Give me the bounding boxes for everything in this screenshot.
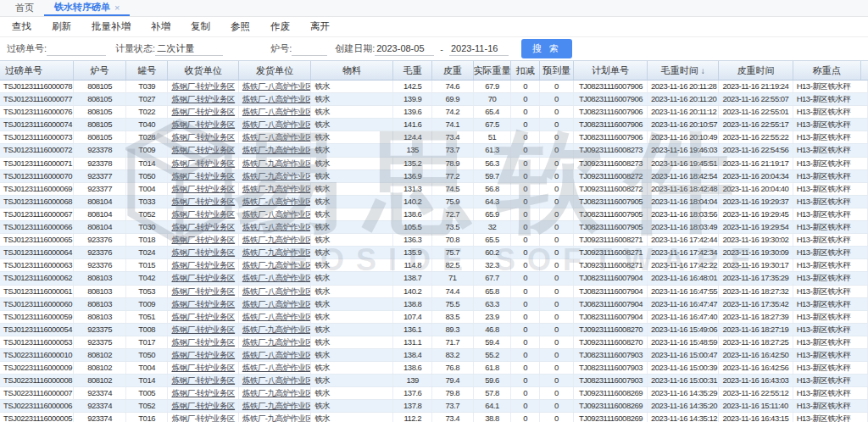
- table-row[interactable]: TSJ01231116000065923376T018炼钢厂-转炉业务区炼铁厂-…: [0, 234, 868, 247]
- cell: 2023-11-16 16:43:03: [719, 375, 793, 386]
- table-row[interactable]: TSJ01231116000054923375T008炼钢厂-转炉业务区炼铁厂-…: [0, 324, 868, 336]
- column-header[interactable]: 毛重时间↓: [648, 61, 719, 80]
- toolbar-button-7[interactable]: 作废: [260, 20, 300, 33]
- date-to-input[interactable]: [449, 42, 509, 56]
- status-input[interactable]: [155, 42, 223, 56]
- toolbar-button-1[interactable]: 查找: [2, 20, 42, 33]
- column-header[interactable]: 炉号: [74, 61, 126, 80]
- weigh-no-label: 过磅单号:: [7, 42, 47, 55]
- toolbar-button-2[interactable]: 刷新: [42, 20, 81, 33]
- table-row[interactable]: TSJ01231116000069923377T004炼钢厂-转炉业务区炼铁厂-…: [0, 183, 868, 196]
- table-row[interactable]: TSJ01231116000064923376T024炼钢厂-转炉业务区炼铁厂-…: [0, 247, 868, 259]
- cell: 2023-11-16 19:30:17: [719, 259, 793, 271]
- table-row[interactable]: TSJ02231116000008808102T014炼钢厂-转炉业务区炼铁厂-…: [0, 375, 868, 387]
- column-header[interactable]: 称重点: [793, 61, 861, 80]
- cell: 2023-11-16 22:55:12: [719, 387, 793, 399]
- cell: TSJ01231116000071: [0, 158, 74, 169]
- column-header[interactable]: 扣减: [511, 61, 540, 80]
- cell: 131.3: [393, 183, 432, 195]
- table-row[interactable]: TSJ01231116000070923377T050炼钢厂-转炉业务区炼铁厂-…: [0, 170, 868, 183]
- table-row[interactable]: TSJ02231116000005923374T016炼钢厂-转炉业务区炼铁厂-…: [0, 413, 868, 422]
- cell: 808104: [74, 208, 126, 220]
- column-header[interactable]: 预到量: [540, 61, 574, 80]
- column-header[interactable]: 毛重: [393, 61, 432, 80]
- table-row[interactable]: TSJ01231116000078808105T039炼钢厂-转炉业务区炼铁厂-…: [0, 81, 868, 93]
- cell: 2023-11-16 22:55:22: [719, 131, 793, 143]
- cell: 0: [540, 144, 574, 156]
- column-header[interactable]: 罐号: [126, 61, 169, 80]
- cell: 131.1: [393, 336, 432, 348]
- table-row[interactable]: TSJ01231116000059808103T051炼钢厂-转炉业务区炼铁厂-…: [0, 311, 868, 324]
- cell: 138.4: [393, 349, 432, 361]
- toolbar-button-6[interactable]: 参照: [220, 20, 260, 33]
- cell: 2023-11-16 16:47:40: [648, 311, 719, 323]
- cell: 铁水: [311, 119, 393, 130]
- table-row[interactable]: TSJ01231116000060808103T009炼钢厂-转炉业务区炼铁厂-…: [0, 298, 868, 311]
- cell: 铁水: [311, 400, 393, 412]
- cell: T053: [126, 286, 169, 297]
- toolbar-button-8[interactable]: 离开: [300, 20, 340, 33]
- tab-label: 铁水转序磅单: [54, 1, 110, 14]
- toolbar-button-5[interactable]: 复制: [181, 20, 220, 33]
- table-row[interactable]: TSJ02231116000010808102T050炼钢厂-转炉业务区炼铁厂-…: [0, 349, 868, 362]
- cell: 0: [511, 234, 540, 246]
- table-row[interactable]: TSJ02231116000006923374T052炼钢厂-转炉业务区炼铁厂-…: [0, 400, 868, 413]
- weigh-no-input[interactable]: [47, 42, 106, 56]
- cell: H13-新区铁水秤: [793, 375, 868, 386]
- cell: 51: [474, 131, 512, 143]
- column-header[interactable]: 物料: [311, 61, 393, 80]
- cell: 2023-11-16 14:35:29: [648, 387, 719, 399]
- cell: 炼铁厂-九高炉作业区: [239, 259, 311, 271]
- column-header-label: 称重点: [813, 64, 841, 77]
- table-row[interactable]: TSJ01231116000063923376T015炼钢厂-转炉业务区炼铁厂-…: [0, 259, 868, 272]
- cell: 923378: [74, 144, 126, 156]
- table-row[interactable]: TSJ01231116000072923378T009炼钢厂-转炉业务区炼铁厂-…: [0, 144, 868, 157]
- table-row[interactable]: TSJ01231116000071923378T014炼钢厂-转炉业务区炼铁厂-…: [0, 158, 868, 170]
- cell: 56.8: [474, 183, 512, 195]
- cell: 铁水: [311, 259, 393, 271]
- cell: TSJ01231116000064: [0, 247, 74, 258]
- cell: 74.2: [432, 106, 474, 118]
- cell: TSJ02231116000008: [0, 375, 74, 386]
- column-header[interactable]: 过磅单号: [0, 61, 74, 80]
- column-header[interactable]: 计划单号: [574, 61, 648, 80]
- table-row[interactable]: TSJ01231116000077808105T027炼钢厂-转炉业务区炼铁厂-…: [0, 93, 868, 106]
- column-header[interactable]: 实际重量: [474, 61, 512, 80]
- table-row[interactable]: TSJ01231116000066808104T030炼钢厂-转炉业务区炼铁厂-…: [0, 221, 868, 234]
- search-button[interactable]: 搜 索: [521, 39, 572, 58]
- table-row[interactable]: TSJ01231116000062808103T042炼钢厂-转炉业务区炼铁厂-…: [0, 272, 868, 285]
- table-row[interactable]: TSJ02231116000007923374T005炼钢厂-转炉业务区炼铁厂-…: [0, 387, 868, 400]
- table-row[interactable]: TSJ01231116000053923375T017炼钢厂-转炉业务区炼铁厂-…: [0, 336, 868, 349]
- table-row[interactable]: TSJ02231116000009808102T004炼钢厂-转炉业务区炼铁厂-…: [0, 362, 868, 375]
- toolbar-button-3[interactable]: 批量补增: [81, 20, 141, 33]
- cell: 2023-11-16 14:35:12: [648, 413, 719, 422]
- tab-home[interactable]: 首页: [5, 0, 44, 16]
- table-row[interactable]: TSJ01231116000073808105T028炼钢厂-转炉业务区炼铁厂-…: [0, 131, 868, 144]
- column-header[interactable]: 皮重: [432, 61, 474, 80]
- furnace-input[interactable]: [292, 42, 327, 56]
- cell: 铁水: [311, 221, 393, 233]
- cell: 炼铁厂-九高炉作业区: [239, 144, 311, 156]
- cell: T028: [126, 131, 169, 143]
- cell: 2023-11-16 19:46:03: [648, 144, 719, 156]
- date-from-input[interactable]: [375, 42, 434, 56]
- cell: 2023-11-16 16:47:47: [648, 298, 719, 310]
- table-row[interactable]: TSJ01231116000067808104T052炼钢厂-转炉业务区炼铁厂-…: [0, 208, 868, 221]
- table-row[interactable]: TSJ01231116000074808105T040炼钢厂-转炉业务区炼铁厂-…: [0, 119, 868, 131]
- tab-active[interactable]: 铁水转序磅单×: [44, 0, 130, 16]
- column-header[interactable]: 收货单位: [168, 61, 238, 80]
- toolbar-button-4[interactable]: 补增: [141, 20, 181, 33]
- column-header[interactable]: 皮重时间: [719, 61, 793, 80]
- cell: 2023-11-16 15:00:47: [648, 349, 719, 361]
- table-row[interactable]: TSJ01231116000068808104T033炼钢厂-转炉业务区炼铁厂-…: [0, 196, 868, 208]
- cell: 0: [511, 400, 540, 412]
- table-row[interactable]: TSJ01231116000061808103T053炼钢厂-转炉业务区炼铁厂-…: [0, 286, 868, 298]
- tab-close-icon[interactable]: ×: [114, 3, 120, 13]
- cell: 2023-11-16 19:29:54: [719, 221, 793, 233]
- cell: 2023-11-16 18:27:32: [719, 286, 793, 297]
- cell: H13-新区铁水秤: [793, 208, 868, 220]
- cell: TJ08231116007905: [574, 208, 648, 220]
- cell: 0: [511, 196, 540, 208]
- table-row[interactable]: TSJ01231116000076808105T022炼钢厂-转炉业务区炼铁厂-…: [0, 106, 868, 119]
- column-header[interactable]: 发货单位: [239, 61, 311, 80]
